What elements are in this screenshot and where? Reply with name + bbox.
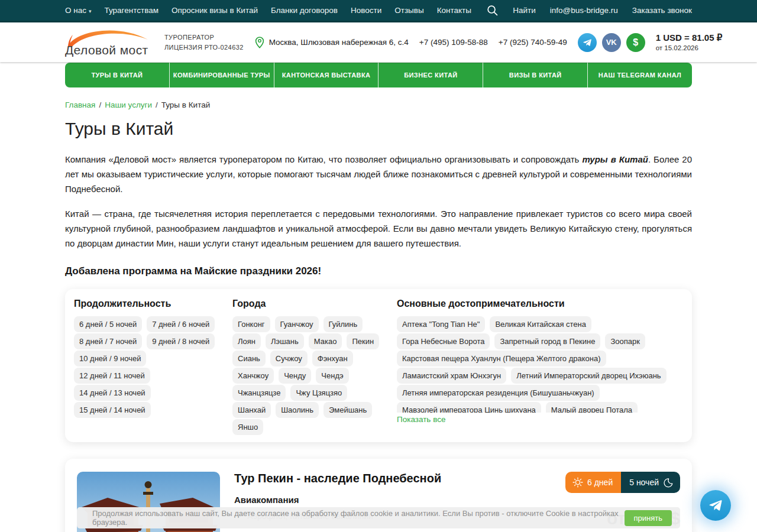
city-chip[interactable]: Гонконг — [232, 316, 270, 332]
announcement: Добавлена программа на Майские праздники… — [65, 265, 692, 277]
address: Москва, Шлюзовая набережная 6, с.4 — [254, 36, 409, 49]
currency-rate: 1 USD = 81.05 ₽ от 15.02.2026 — [656, 33, 723, 52]
duration-chip[interactable]: 7 дней / 6 ночей — [147, 316, 215, 332]
main-content: Главная/Наши услуги/Туры в Китай Туры в … — [65, 100, 692, 532]
duration-chip[interactable]: 9 дней / 8 ночей — [147, 333, 215, 349]
city-chip[interactable]: Яншо — [232, 419, 263, 435]
duration-chip[interactable]: 8 дней / 7 ночей — [74, 333, 142, 349]
logo[interactable]: Деловой мост — [65, 28, 154, 57]
badge-nights-text: 5 ночей — [629, 478, 659, 487]
nav-item[interactable]: НАШ TELEGRAM КАНАЛ — [588, 63, 692, 87]
city-chip[interactable]: Чжанцзяцзе — [232, 385, 286, 401]
attraction-chip[interactable]: Летняя императорская резиденция (Бишушан… — [397, 385, 600, 401]
city-chip[interactable]: Гуйлинь — [323, 316, 363, 332]
city-chip[interactable]: Лоян — [232, 333, 261, 349]
filter-attractions-title: Основные достопримечательности — [397, 299, 683, 309]
nav-item[interactable]: БИЗНЕС КИТАЙ — [378, 63, 483, 87]
nav-item[interactable]: ТУРЫ В КИТАЙ — [65, 63, 170, 87]
intro-paragraph-2: Китай — страна, где тысячелетняя история… — [65, 206, 692, 251]
filter-cities-title: Города — [232, 299, 392, 309]
city-chip[interactable]: Ченду — [279, 368, 311, 384]
nav-item[interactable]: ВИЗЫ В КИТАЙ — [483, 63, 588, 87]
filter-duration-title: Продолжительность — [74, 299, 228, 309]
city-chip[interactable]: Макао — [309, 333, 342, 349]
duration-chip[interactable]: 12 дней / 11 ночей — [74, 368, 150, 384]
attraction-chip[interactable]: Мавзолей императора Цинь шихуана — [397, 402, 541, 413]
duration-chip[interactable]: 10 дней / 9 ночей — [74, 351, 146, 366]
main-nav: ТУРЫ В КИТАЙКОМБИНИРОВАННЫЕ ТУРЫКАНТОНСК… — [65, 63, 692, 87]
city-chip[interactable]: Фэнхуан — [312, 351, 353, 366]
telegram-plane-icon — [707, 497, 724, 514]
location-pin-icon — [254, 36, 265, 49]
city-chip[interactable]: Шанхай — [232, 402, 271, 418]
email-link[interactable]: info@bus-bridge.ru — [550, 6, 618, 15]
chevron-down-icon: ▾ — [89, 8, 92, 14]
attraction-chip[interactable]: Зоопарк — [605, 333, 645, 349]
attraction-chip[interactable]: Малый дворец Потала — [546, 402, 638, 413]
nav-item[interactable]: КАНТОНСКАЯ ВЫСТАВКА — [274, 63, 379, 87]
city-chip[interactable]: Сиань — [232, 351, 266, 366]
city-chip[interactable]: Ханчжоу — [232, 368, 274, 384]
city-chip[interactable]: Сучжоу — [270, 351, 308, 366]
vk-icon[interactable]: VK — [602, 33, 621, 52]
attraction-chip[interactable]: Гора Небесные Ворота — [397, 333, 490, 349]
attraction-chip[interactable]: Великая Китайская стена — [490, 316, 591, 332]
cookie-banner: Продолжая использовать наш сайт, Вы дает… — [77, 507, 680, 528]
breadcrumb-current: Туры в Китай — [161, 100, 210, 109]
duration-chip[interactable]: 15 дней / 14 ночей — [74, 402, 151, 418]
topbar-item[interactable]: Отзывы — [394, 6, 423, 15]
filter-attractions-column: Основные достопримечательности Аптека "T… — [397, 299, 683, 436]
attraction-chip[interactable]: Запретный город в Пекине — [494, 333, 600, 349]
highlight-text: туры в Китай — [582, 154, 648, 164]
moon-icon — [663, 478, 673, 488]
tour-title[interactable]: Тур Пекин - наследие Поднебесной — [234, 472, 541, 485]
attraction-chip[interactable]: Карстовая пещера Хуанлун (Пещера Желтого… — [397, 351, 606, 366]
logo-text: Деловой мост — [65, 43, 148, 57]
phone-link-1[interactable]: +7 (495) 109-58-88 — [419, 38, 488, 47]
city-chip[interactable]: Лэшань — [266, 333, 304, 349]
topbar-item[interactable]: Бланки договоров — [271, 6, 338, 15]
topbar-item[interactable]: Опросник визы в Китай — [172, 6, 258, 15]
filter-cities-column: Города ГонконгГуанчжоуГуйлиньЛоянЛэшаньМ… — [232, 299, 392, 436]
attraction-chip[interactable]: Ламаистский храм Юнхэгун — [397, 368, 506, 384]
cookie-accept-button[interactable]: принять — [625, 510, 672, 526]
city-chip[interactable]: Чжу Цзяцзяо — [290, 385, 347, 401]
site-header: Деловой мост ТУРОПЕРАТОР ЛИЦЕНЗИЯ РТО-02… — [0, 22, 757, 62]
sun-icon — [572, 477, 583, 488]
duration-chip[interactable]: 6 дней / 5 ночей — [74, 316, 142, 332]
breadcrumb-separator: / — [99, 100, 101, 109]
telegram-float-button[interactable] — [700, 490, 731, 521]
telegram-icon[interactable] — [578, 33, 597, 52]
breadcrumb-separator: / — [156, 100, 158, 109]
topbar-item[interactable]: Турагентствам — [105, 6, 158, 15]
nav-item[interactable]: КОМБИНИРОВАННЫЕ ТУРЫ — [170, 63, 274, 87]
topbar-item[interactable]: Контакты — [437, 6, 471, 15]
callback-button[interactable]: Заказать звонок — [632, 6, 692, 15]
show-all-link[interactable]: Показать все — [397, 415, 445, 424]
badge-days-text: 6 дней — [587, 478, 613, 487]
topbar-item-about[interactable]: О нас▾ — [65, 6, 92, 15]
breadcrumb-services[interactable]: Наши услуги — [105, 100, 152, 109]
duration-badge: 6 дней 5 ночей — [565, 472, 680, 493]
attraction-chip[interactable]: Летний Императорский дворец Ихэюань — [511, 368, 666, 384]
filters-card: Продолжительность 6 дней / 5 ночей7 дней… — [65, 289, 692, 442]
top-bar: О нас▾ ТурагентствамОпросник визы в Кита… — [0, 0, 757, 22]
city-chip[interactable]: Шаолинь — [276, 402, 319, 418]
city-chip[interactable]: Эмейшань — [323, 402, 372, 418]
breadcrumb-home[interactable]: Главная — [65, 100, 95, 109]
city-chip[interactable]: Чендэ — [316, 368, 348, 384]
topbar-item[interactable]: Новости — [351, 6, 381, 15]
attraction-chip[interactable]: Аптека "Tong Tian He" — [397, 316, 485, 332]
duration-chip[interactable]: 14 дней / 13 ночей — [74, 385, 151, 401]
breadcrumb: Главная/Наши услуги/Туры в Китай — [65, 100, 692, 109]
intro-paragraph-1: Компания «Деловой мост» является туропер… — [65, 152, 692, 197]
search-button[interactable]: Найти — [513, 6, 536, 15]
airline-label: Авиакомпания — [234, 495, 541, 505]
search-icon[interactable] — [486, 4, 499, 17]
city-chip[interactable]: Гуанчжоу — [275, 316, 319, 332]
filter-duration-column: Продолжительность 6 дней / 5 ночей7 дней… — [74, 299, 228, 436]
currency-dollar-icon[interactable]: $ — [626, 33, 645, 52]
phones: +7 (495) 109-58-88 +7 (925) 740-59-49 — [419, 38, 567, 47]
phone-link-2[interactable]: +7 (925) 740-59-49 — [499, 38, 567, 47]
city-chip[interactable]: Пекин — [347, 333, 379, 349]
